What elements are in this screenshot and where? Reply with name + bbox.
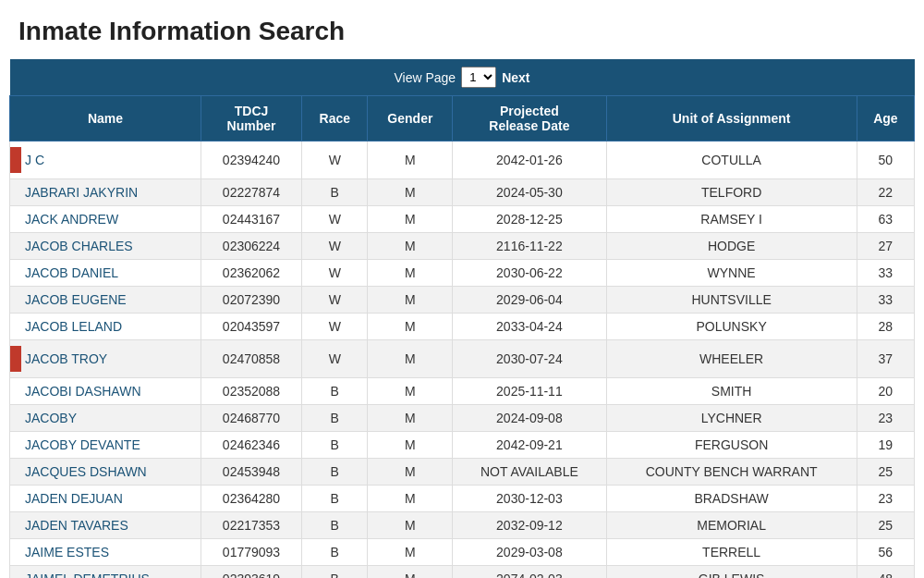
inmate-name-link[interactable]: JACOB LELAND <box>25 319 122 334</box>
inmate-name-link[interactable]: JACOB EUGENE <box>25 292 127 307</box>
release-date: 2116-11-22 <box>453 233 606 260</box>
unit-assignment: COTULLA <box>606 141 857 179</box>
table-row: JACOBI DASHAWN02352088BM2025-11-11SMITH2… <box>10 378 915 405</box>
table-row: JACOBY02468770BM2024-09-08LYCHNER23 <box>10 405 915 432</box>
race: B <box>302 539 368 566</box>
race: B <box>302 512 368 539</box>
race: W <box>302 340 368 378</box>
gender: M <box>368 459 453 486</box>
race: W <box>302 233 368 260</box>
col-unit: Unit of Assignment <box>606 96 857 141</box>
inmate-name-link[interactable]: JAIMEL DEMETRIUS <box>25 572 150 578</box>
page-select[interactable]: 1 <box>461 67 496 88</box>
age: 37 <box>857 340 914 378</box>
table-row: JABRARI JAKYRIN02227874BM2024-05-30TELFO… <box>10 179 915 206</box>
release-date: 2030-07-24 <box>453 340 606 378</box>
tdcj-number: 02394240 <box>201 141 301 179</box>
table-row: JAIMEL DEMETRIUS02393619BM2074-02-03GIB … <box>10 566 915 579</box>
race: B <box>302 378 368 405</box>
inmate-name-link[interactable]: JACOB DANIEL <box>25 265 118 280</box>
unit-assignment: RAMSEY I <box>606 206 857 233</box>
unit-assignment: WYNNE <box>606 260 857 287</box>
tdcj-number: 02393619 <box>201 566 301 579</box>
tdcj-number: 02043597 <box>201 314 301 340</box>
inmate-name-link[interactable]: JACOBI DASHAWN <box>25 384 141 399</box>
unit-assignment: BRADSHAW <box>606 486 857 512</box>
release-date: NOT AVAILABLE <box>453 459 606 486</box>
gender: M <box>368 260 453 287</box>
unit-assignment: SMITH <box>606 378 857 405</box>
name-cell: JACQUES DSHAWN <box>10 459 201 486</box>
page-title: Inmate Information Search <box>0 0 924 59</box>
tdcj-number: 02470858 <box>201 340 301 378</box>
name-cell: JABRARI JAKYRIN <box>10 179 201 206</box>
inmate-name-link[interactable]: JABRARI JAKYRIN <box>25 185 138 200</box>
table-row: JACOB LELAND02043597WM2033-04-24POLUNSKY… <box>10 314 915 340</box>
name-cell: J C <box>10 141 201 179</box>
gender: M <box>368 340 453 378</box>
tdcj-number: 02462346 <box>201 432 301 459</box>
race: W <box>302 206 368 233</box>
tdcj-number: 02227874 <box>201 179 301 206</box>
unit-assignment: MEMORIAL <box>606 512 857 539</box>
unit-assignment: LYCHNER <box>606 405 857 432</box>
release-date: 2042-09-21 <box>453 432 606 459</box>
view-page-row: View Page 1 Next <box>10 59 915 96</box>
release-date: 2042-01-26 <box>453 141 606 179</box>
release-date: 2024-05-30 <box>453 179 606 206</box>
race: W <box>302 141 368 179</box>
gender: M <box>368 405 453 432</box>
gender: M <box>368 141 453 179</box>
age: 25 <box>857 512 914 539</box>
tdcj-number: 02306224 <box>201 233 301 260</box>
inmate-name-link[interactable]: JACOB TROY <box>25 351 107 366</box>
table-row: JAIME ESTES01779093BM2029-03-08TERRELL56 <box>10 539 915 566</box>
inmate-name-link[interactable]: JADEN TAVARES <box>25 518 128 533</box>
unit-assignment: TERRELL <box>606 539 857 566</box>
table-row: J C02394240WM2042-01-26COTULLA50 <box>10 141 915 179</box>
age: 33 <box>857 287 914 314</box>
inmate-name-link[interactable]: J C <box>25 153 44 167</box>
tdcj-number: 02364280 <box>201 486 301 512</box>
column-headers: Name TDCJ Number Race Gender Projected R… <box>10 96 915 141</box>
inmate-name-link[interactable]: JACOBY <box>25 411 77 425</box>
race: B <box>302 459 368 486</box>
release-date: 2074-02-03 <box>453 566 606 579</box>
tdcj-number: 02072390 <box>201 287 301 314</box>
age: 63 <box>857 206 914 233</box>
name-cell: JADEN TAVARES <box>10 512 201 539</box>
inmate-table: View Page 1 Next Name TDCJ Number Race G… <box>9 59 915 578</box>
highlight-bar <box>10 147 21 173</box>
table-row: JADEN DEJUAN02364280BM2030-12-03BRADSHAW… <box>10 486 915 512</box>
release-date: 2032-09-12 <box>453 512 606 539</box>
table-body: J C02394240WM2042-01-26COTULLA50JABRARI … <box>10 141 915 579</box>
inmate-name-link[interactable]: JACOBY DEVANTE <box>25 437 140 452</box>
age: 56 <box>857 539 914 566</box>
table-row: JACOB DANIEL02362062WM2030-06-22WYNNE33 <box>10 260 915 287</box>
inmate-name-link[interactable]: JADEN DEJUAN <box>25 491 123 506</box>
tdcj-number: 02362062 <box>201 260 301 287</box>
gender: M <box>368 512 453 539</box>
inmate-name-link[interactable]: JACOB CHARLES <box>25 239 133 253</box>
table-row: JACOB EUGENE02072390WM2029-06-04HUNTSVIL… <box>10 287 915 314</box>
race: B <box>302 405 368 432</box>
inmate-name-link[interactable]: JAIME ESTES <box>25 545 109 560</box>
next-button[interactable]: Next <box>502 70 529 85</box>
age: 25 <box>857 459 914 486</box>
table-row: JACOB CHARLES02306224WM2116-11-22HODGE27 <box>10 233 915 260</box>
release-date: 2024-09-08 <box>453 405 606 432</box>
release-date: 2030-06-22 <box>453 260 606 287</box>
gender: M <box>368 233 453 260</box>
gender: M <box>368 314 453 340</box>
race: B <box>302 432 368 459</box>
col-name: Name <box>10 96 201 141</box>
inmate-name-link[interactable]: JACK ANDREW <box>25 212 118 227</box>
inmate-name-link[interactable]: JACQUES DSHAWN <box>25 464 147 479</box>
col-tdcj: TDCJ Number <box>201 96 301 141</box>
name-cell: JACOB TROY <box>10 340 201 378</box>
release-date: 2028-12-25 <box>453 206 606 233</box>
gender: M <box>368 486 453 512</box>
name-cell: JACK ANDREW <box>10 206 201 233</box>
release-date: 2033-04-24 <box>453 314 606 340</box>
table-row: JADEN TAVARES02217353BM2032-09-12MEMORIA… <box>10 512 915 539</box>
